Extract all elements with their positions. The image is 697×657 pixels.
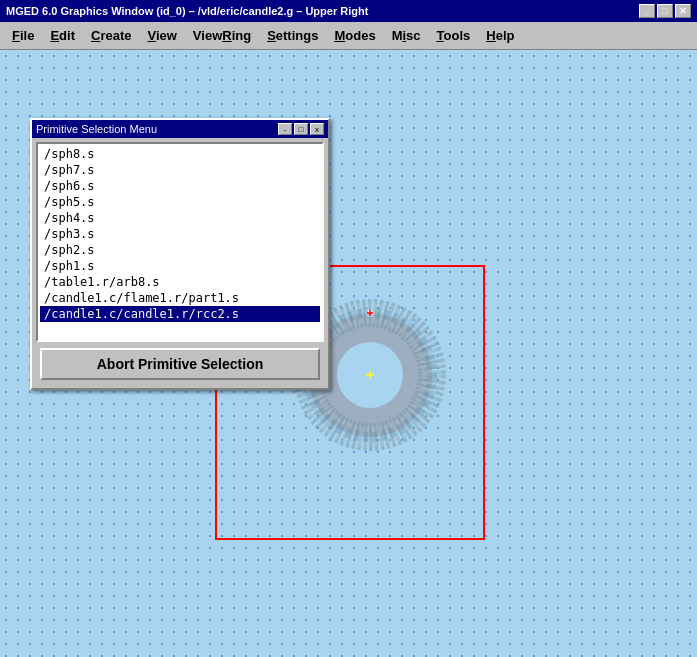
primitive-list-item[interactable]: /sph3.s <box>40 226 320 242</box>
maximize-button[interactable]: □ <box>657 4 673 18</box>
primitive-list-item[interactable]: /sph7.s <box>40 162 320 178</box>
prim-select-title: Primitive Selection Menu <box>36 123 157 135</box>
menu-misc[interactable]: Misc <box>384 24 429 47</box>
primitive-list: /sph8.s/sph7.s/sph6.s/sph5.s/sph4.s/sph3… <box>38 144 322 324</box>
menu-bar: File Edit Create View ViewRing Settings … <box>0 22 697 50</box>
menu-view[interactable]: View <box>139 24 184 47</box>
menu-settings[interactable]: Settings <box>259 24 326 47</box>
prim-window-maximize[interactable]: □ <box>294 123 308 135</box>
main-graphics-area: Primitive Selection Menu - □ x /sph8.s/s… <box>0 50 697 657</box>
title-bar-controls: _ □ ✕ <box>639 4 691 18</box>
window-title: MGED 6.0 Graphics Window (id_0) – /vld/e… <box>6 5 368 17</box>
menu-help[interactable]: Help <box>478 24 522 47</box>
primitive-list-item[interactable]: /sph8.s <box>40 146 320 162</box>
menu-edit[interactable]: Edit <box>42 24 83 47</box>
primitive-list-item[interactable]: /sph1.s <box>40 258 320 274</box>
primitive-list-item[interactable]: /sph5.s <box>40 194 320 210</box>
prim-window-close[interactable]: x <box>310 123 324 135</box>
title-bar: MGED 6.0 Graphics Window (id_0) – /vld/e… <box>0 0 697 22</box>
primitive-list-item[interactable]: /candle1.c/flame1.r/part1.s <box>40 290 320 306</box>
primitive-list-item[interactable]: /table1.r/arb8.s <box>40 274 320 290</box>
prim-select-titlebar: Primitive Selection Menu - □ x <box>32 120 328 138</box>
menu-create[interactable]: Create <box>83 24 139 47</box>
abort-primitive-selection-button[interactable]: Abort Primitive Selection <box>40 348 320 380</box>
primitive-list-item[interactable]: /sph4.s <box>40 210 320 226</box>
primitive-list-item[interactable]: /sph2.s <box>40 242 320 258</box>
menu-viewring[interactable]: ViewRing <box>185 24 259 47</box>
prim-window-minimize[interactable]: - <box>278 123 292 135</box>
prim-select-title-controls: - □ x <box>278 123 324 135</box>
menu-tools[interactable]: Tools <box>429 24 479 47</box>
menu-modes[interactable]: Modes <box>326 24 383 47</box>
primitive-list-container[interactable]: /sph8.s/sph7.s/sph6.s/sph5.s/sph4.s/sph3… <box>36 142 324 342</box>
primitive-selection-window: Primitive Selection Menu - □ x /sph8.s/s… <box>30 118 330 390</box>
minimize-button[interactable]: _ <box>639 4 655 18</box>
primitive-list-item[interactable]: /sph6.s <box>40 178 320 194</box>
prim-select-content: /sph8.s/sph7.s/sph6.s/sph5.s/sph4.s/sph3… <box>32 138 328 388</box>
menu-file[interactable]: File <box>4 24 42 47</box>
primitive-list-item[interactable]: /candle1.c/candle1.r/rcc2.s <box>40 306 320 322</box>
close-button[interactable]: ✕ <box>675 4 691 18</box>
